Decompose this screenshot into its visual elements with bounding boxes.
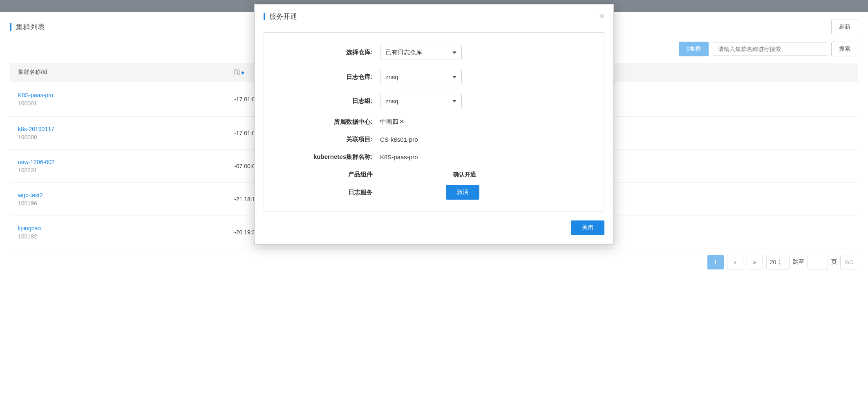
- label-select-repo: 选择仓库:: [274, 49, 380, 56]
- label-log-group: 日志组:: [274, 97, 380, 105]
- modal-title: 服务开通: [269, 12, 297, 21]
- value-project: CS-k8s01-pro: [380, 136, 594, 143]
- log-repo-dropdown[interactable]: znsq: [380, 70, 462, 84]
- chevron-down-icon: [452, 51, 456, 54]
- value-data-center: 中南四区: [380, 118, 594, 126]
- chevron-down-icon: [452, 76, 456, 78]
- label-confirm: 确认开通: [380, 171, 594, 178]
- label-component: 产品组件: [274, 171, 380, 178]
- modal-overlay: 服务开通 × 选择仓库: 已有日志仓库 日志仓库:: [0, 0, 868, 275]
- activate-button[interactable]: 激活: [446, 185, 479, 200]
- label-k8s-name: kubernetes集群名称:: [274, 153, 380, 161]
- service-modal: 服务开通 × 选择仓库: 已有日志仓库 日志仓库:: [254, 4, 614, 245]
- chevron-down-icon: [452, 100, 456, 102]
- label-project: 关联项目:: [274, 136, 380, 143]
- log-group-dropdown[interactable]: znsq: [380, 94, 462, 108]
- close-icon[interactable]: ×: [599, 11, 604, 22]
- label-log-service: 日志服务: [274, 189, 380, 196]
- label-log-repo: 日志仓库:: [274, 73, 380, 81]
- select-repo-dropdown[interactable]: 已有日志仓库: [380, 45, 462, 60]
- value-k8s-name: K8S-paas-pro: [380, 154, 594, 160]
- accent-bar: [264, 13, 265, 20]
- label-data-center: 所属数据中心:: [274, 118, 380, 126]
- close-button[interactable]: 关闭: [571, 220, 604, 235]
